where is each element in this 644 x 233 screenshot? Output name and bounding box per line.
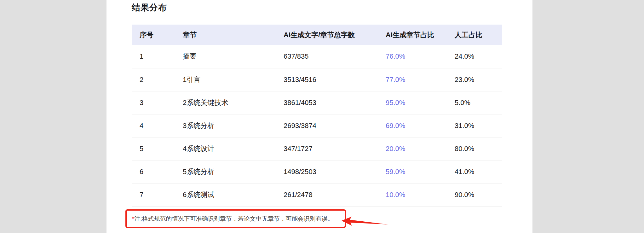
required-asterisk: *: [132, 215, 134, 222]
cell-human-percent: 41.0%: [455, 160, 502, 183]
cell-ai-percent: 59.0%: [386, 160, 455, 183]
table-row: 76系统测试261/247810.0%90.0%: [132, 183, 502, 206]
table-row: 65系统分析1498/250359.0%41.0%: [132, 160, 502, 183]
cell-ai-percent: 76.0%: [386, 45, 455, 68]
cell-ai-words: 347/1727: [284, 137, 386, 160]
cell-ai-words: 3861/4053: [284, 91, 386, 114]
content-panel: 结果分布 序号 章节 AI生成文字/章节总字数 AI生成章节占比 人工占比 1摘…: [106, 0, 532, 233]
cell-ai-words: 2693/3874: [284, 114, 386, 137]
cell-ai-words: 1498/2503: [284, 160, 386, 183]
table-header: 序号 章节 AI生成文字/章节总字数 AI生成章节占比 人工占比: [132, 25, 502, 45]
cell-human-percent: 23.0%: [455, 68, 502, 91]
cell-index: 5: [132, 137, 183, 160]
note-text: 注:格式规范的情况下可准确识别章节，若论文中无章节，可能会识别有误。: [134, 215, 333, 223]
cell-chapter: 3系统分析: [183, 114, 284, 137]
cell-index: 2: [132, 68, 183, 91]
cell-index: 7: [132, 183, 183, 206]
cell-human-percent: 24.0%: [455, 45, 502, 68]
header-chapter: 章节: [183, 25, 284, 45]
cell-chapter: 4系统设计: [183, 137, 284, 160]
table-row: 21引言3513/451677.0%23.0%: [132, 68, 502, 91]
cell-human-percent: 90.0%: [455, 183, 502, 206]
header-human-percent: 人工占比: [455, 25, 502, 45]
table-row: 43系统分析2693/387469.0%31.0%: [132, 114, 502, 137]
page-title: 结果分布: [132, 2, 167, 13]
cell-human-percent: 31.0%: [455, 114, 502, 137]
cell-ai-percent: 95.0%: [386, 91, 455, 114]
cell-chapter: 6系统测试: [183, 183, 284, 206]
cell-human-percent: 80.0%: [455, 137, 502, 160]
header-ai-words: AI生成文字/章节总字数: [284, 25, 386, 45]
cell-ai-percent: 69.0%: [386, 114, 455, 137]
table-body: 1摘要637/83576.0%24.0%21引言3513/451677.0%23…: [132, 45, 502, 206]
cell-ai-percent: 20.0%: [386, 137, 455, 160]
cell-index: 3: [132, 91, 183, 114]
cell-chapter: 2系统关键技术: [183, 91, 284, 114]
cell-human-percent: 5.0%: [455, 91, 502, 114]
header-index: 序号: [132, 25, 183, 45]
table-header-row: 序号 章节 AI生成文字/章节总字数 AI生成章节占比 人工占比: [132, 25, 502, 45]
table-row: 54系统设计347/172720.0%80.0%: [132, 137, 502, 160]
cell-ai-percent: 10.0%: [386, 183, 455, 206]
cell-chapter: 摘要: [183, 45, 284, 68]
cell-ai-percent: 77.0%: [386, 68, 455, 91]
cell-ai-words: 637/835: [284, 45, 386, 68]
note-highlight-box: *注:格式规范的情况下可准确识别章节，若论文中无章节，可能会识别有误。: [125, 209, 346, 228]
cell-chapter: 1引言: [183, 68, 284, 91]
header-ai-percent: AI生成章节占比: [386, 25, 455, 45]
cell-index: 1: [132, 45, 183, 68]
results-table: 序号 章节 AI生成文字/章节总字数 AI生成章节占比 人工占比 1摘要637/…: [132, 25, 502, 207]
cell-chapter: 5系统分析: [183, 160, 284, 183]
cell-ai-words: 3513/4516: [284, 68, 386, 91]
cell-ai-words: 261/2478: [284, 183, 386, 206]
cell-index: 6: [132, 160, 183, 183]
table-row: 1摘要637/83576.0%24.0%: [132, 45, 502, 68]
cell-index: 4: [132, 114, 183, 137]
table-row: 32系统关键技术3861/405395.0%5.0%: [132, 91, 502, 114]
page: { "title": "结果分布", "table": { "headers":…: [0, 0, 644, 233]
